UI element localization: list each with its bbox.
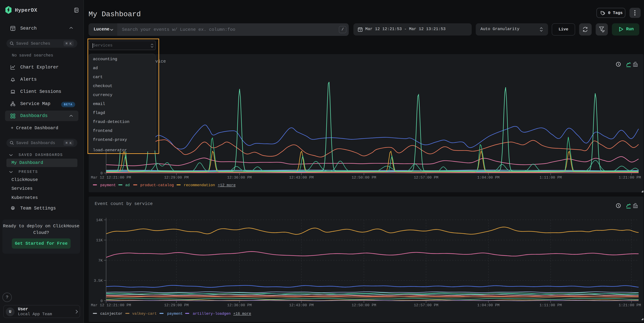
- svg-text:12:36:00 PM: 12:36:00 PM: [227, 176, 252, 180]
- svg-text:7K: 7K: [98, 258, 103, 263]
- svg-text:+12 more: +12 more: [218, 183, 236, 187]
- svg-text:+16 more: +16 more: [233, 312, 251, 316]
- svg-text:1:04:00 PM: 1:04:00 PM: [477, 303, 500, 307]
- svg-text:12:29:00 PM: 12:29:00 PM: [164, 303, 188, 307]
- svg-text:valkey-cart: valkey-cart: [132, 312, 157, 316]
- svg-text:12:57:00 PM: 12:57:00 PM: [414, 303, 438, 307]
- svg-text:1:21:00 PM: 1:21:00 PM: [619, 176, 641, 180]
- svg-text:12:50:00 PM: 12:50:00 PM: [352, 303, 376, 307]
- svg-text:ad: ad: [125, 183, 130, 187]
- svg-text:Mar 12 12:21:00 PM: Mar 12 12:21:00 PM: [91, 176, 131, 180]
- svg-text:12:36:00 PM: 12:36:00 PM: [227, 303, 252, 307]
- svg-text:0: 0: [100, 299, 103, 303]
- svg-text:12:29:00 PM: 12:29:00 PM: [164, 176, 188, 180]
- svg-text:1:11:00 PM: 1:11:00 PM: [540, 303, 562, 307]
- svg-text:Mar 12 12:21:00 PM: Mar 12 12:21:00 PM: [91, 303, 131, 307]
- svg-text:recommendation: recommendation: [184, 183, 215, 187]
- svg-text:12:50:00 PM: 12:50:00 PM: [352, 176, 376, 180]
- svg-text:12:57:00 PM: 12:57:00 PM: [414, 176, 438, 180]
- svg-text:1:04:00 PM: 1:04:00 PM: [477, 176, 500, 180]
- svg-text:cainjector: cainjector: [100, 312, 122, 316]
- svg-text:1:21:00 PM: 1:21:00 PM: [619, 303, 641, 307]
- svg-text:1:11:00 PM: 1:11:00 PM: [540, 176, 562, 180]
- svg-text:payment: payment: [100, 183, 116, 187]
- svg-text:artillery-loadgen: artillery-loadgen: [193, 312, 230, 316]
- svg-text:0: 0: [100, 171, 103, 176]
- svg-text:payment: payment: [167, 312, 183, 316]
- svg-text:11K: 11K: [96, 238, 103, 242]
- svg-text:12:43:00 PM: 12:43:00 PM: [289, 303, 314, 307]
- svg-text:product-catalog: product-catalog: [140, 183, 174, 187]
- svg-text:3.5K: 3.5K: [94, 279, 103, 283]
- svg-text:14K: 14K: [96, 218, 103, 222]
- svg-text:12:43:00 PM: 12:43:00 PM: [289, 176, 314, 180]
